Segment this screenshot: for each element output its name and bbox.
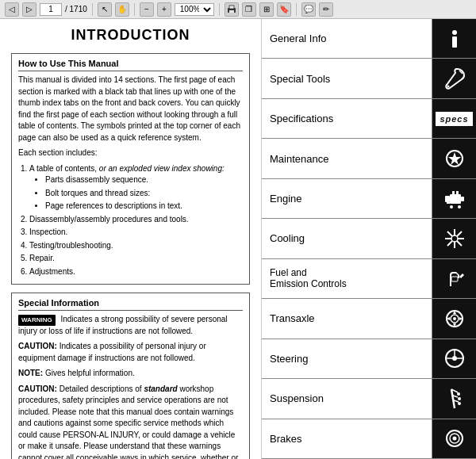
how-to-use-content: This manual is divided into 14 sections.…: [18, 75, 243, 277]
print-button[interactable]: [225, 2, 239, 17]
svg-rect-4: [452, 36, 457, 48]
index-icon-maintenance: [432, 139, 476, 178]
sub-item-2: Bolt torques and thread sizes:: [45, 188, 243, 200]
svg-rect-21: [451, 277, 458, 281]
svg-rect-1: [229, 6, 234, 9]
pen-button[interactable]: ✏: [319, 2, 333, 17]
index-item-special-tools[interactable]: Special Tools: [262, 59, 476, 98]
index-item-general-info[interactable]: General Info: [262, 19, 476, 59]
list-item-1: A table of contents, or an exploded view…: [29, 163, 243, 212]
index-label-general-info: General Info: [262, 19, 432, 58]
back-button[interactable]: ◁: [5, 2, 19, 17]
svg-point-5: [447, 86, 449, 88]
index-icon-specifications: specs: [432, 99, 476, 138]
toolbar: ◁ ▷ / 1710 ↖ ✋ − + 100% 75% 125% 150% ❐ …: [0, 0, 476, 19]
special-info-section: Special Information WARNING Indicates a …: [11, 293, 250, 459]
thumbnail-button[interactable]: ⊞: [259, 2, 274, 17]
hand-tool[interactable]: ✋: [115, 2, 129, 17]
left-panel: INTRODUCTION How to Use This Manual This…: [0, 19, 262, 459]
svg-rect-12: [456, 191, 459, 194]
special-info-heading: Special Information: [18, 298, 243, 311]
svg-point-34: [457, 392, 460, 396]
svg-point-39: [452, 437, 456, 441]
index-icon-engine: [432, 179, 476, 218]
index-item-specifications[interactable]: Specifications specs: [262, 99, 476, 139]
how-to-use-para1: This manual is divided into 14 sections.…: [18, 75, 243, 143]
caution1-head: CAUTION:: [18, 342, 57, 350]
separator-4: [296, 3, 297, 16]
warning-paragraph: WARNING Indicates a strong possibility o…: [18, 314, 243, 337]
list-item-3: Inspection.: [29, 227, 243, 239]
how-to-use-list: A table of contents, or an exploded view…: [29, 163, 243, 278]
svg-line-33: [454, 400, 459, 402]
index-label-specifications: Specifications: [262, 99, 432, 138]
index-item-engine[interactable]: Engine: [262, 179, 476, 219]
list-item-5: Repair.: [29, 253, 243, 265]
main-content: INTRODUCTION How to Use This Manual This…: [0, 19, 476, 459]
list-item-2: Disassembly/assembly procedures and tool…: [29, 214, 243, 226]
index-icon-suspension: [432, 379, 476, 418]
standard-word: standard: [144, 384, 177, 393]
sub-item-3: Page references to descriptions in text.: [45, 201, 243, 212]
svg-rect-10: [461, 197, 464, 201]
list-item-4: Testing/troubleshooting.: [29, 240, 243, 252]
svg-rect-2: [229, 10, 234, 13]
index-label-brakes: Brakes: [262, 419, 432, 458]
specs-badge: specs: [436, 112, 472, 126]
svg-point-15: [458, 205, 461, 208]
index-item-fuel-emission[interactable]: Fuel andEmission Controls: [262, 259, 476, 299]
how-to-use-section: How to Use This Manual This manual is di…: [11, 53, 250, 285]
cursor-tool[interactable]: ↖: [98, 2, 112, 17]
index-item-brakes[interactable]: Brakes: [262, 419, 476, 459]
svg-point-35: [458, 397, 461, 400]
index-label-suspension: Suspension: [262, 379, 432, 418]
svg-rect-8: [445, 196, 450, 202]
index-label-maintenance: Maintenance: [262, 139, 432, 178]
copy-button[interactable]: ❐: [242, 2, 256, 17]
svg-point-24: [453, 317, 456, 320]
index-item-suspension[interactable]: Suspension: [262, 379, 476, 419]
note-head: NOTE:: [18, 369, 43, 377]
separator-2: [134, 3, 135, 16]
warning-badge: WARNING: [18, 315, 56, 326]
page-input[interactable]: [40, 3, 62, 16]
index-label-steering: Steering: [262, 339, 432, 378]
bookmark-button[interactable]: 🔖: [277, 2, 291, 17]
how-to-use-para2: Each section includes:: [18, 147, 243, 159]
zoom-out-button[interactable]: −: [140, 2, 154, 17]
index-item-cooling[interactable]: Cooling: [262, 219, 476, 258]
index-item-maintenance[interactable]: Maintenance: [262, 139, 476, 178]
list-item-6: Adjustments.: [29, 266, 243, 278]
svg-point-3: [452, 30, 457, 35]
svg-rect-13: [447, 202, 450, 204]
svg-point-36: [458, 402, 461, 405]
svg-point-20: [451, 235, 458, 242]
special-info-content: WARNING Indicates a strong possibility o…: [18, 314, 243, 459]
svg-rect-9: [450, 194, 461, 204]
index-icon-special-tools: [432, 59, 476, 98]
zoom-in-button[interactable]: +: [157, 2, 171, 17]
how-to-use-heading: How to Use This Manual: [18, 59, 243, 71]
caution1-paragraph: CAUTION: Indicates a possibility of pers…: [18, 341, 243, 364]
index-item-transaxle[interactable]: Transaxle: [262, 299, 476, 339]
note-text: Gives helpful information.: [45, 369, 135, 377]
separator-3: [219, 3, 220, 16]
index-label-cooling: Cooling: [262, 219, 432, 258]
page-title: INTRODUCTION: [11, 27, 250, 44]
forward-button[interactable]: ▷: [22, 2, 36, 17]
index-item-steering[interactable]: Steering: [262, 339, 476, 379]
index-label-special-tools: Special Tools: [262, 59, 432, 98]
svg-point-26: [452, 356, 457, 361]
right-panel: General Info Special Tools Specification…: [262, 19, 476, 459]
index-icon-brakes: [432, 419, 476, 458]
index-icon-steering: [432, 339, 476, 378]
index-icon-fuel-emission: [432, 259, 476, 298]
index-label-transaxle: Transaxle: [262, 299, 432, 338]
svg-point-14: [450, 205, 453, 208]
caution2-head: CAUTION:: [18, 384, 57, 393]
comment-button[interactable]: 💬: [301, 2, 316, 17]
index-icon-general-info: [432, 19, 476, 58]
zoom-select[interactable]: 100% 75% 125% 150%: [175, 3, 214, 16]
index-label-engine: Engine: [262, 179, 432, 218]
svg-rect-11: [452, 191, 455, 194]
